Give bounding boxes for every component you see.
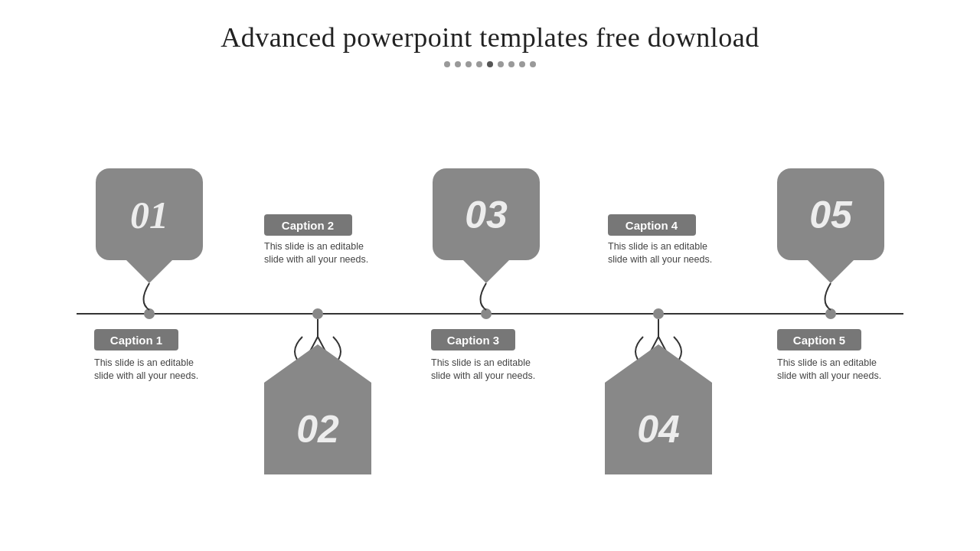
dot-7 [508,61,514,67]
timeline-dot-1 [144,308,155,319]
dot-9 [530,61,536,67]
caption-text-3: This slide is an editable slide with all… [431,357,535,381]
caption-label-2: Caption 2 [282,219,334,232]
caption-label-3: Caption 3 [447,334,499,347]
dot-2 [455,61,461,67]
caption-text-5: This slide is an editable slide with all… [777,357,881,381]
dot-4 [476,61,482,67]
dot-1 [444,61,450,67]
timeline-dot-4 [653,308,664,319]
dot-8 [519,61,525,67]
num-3: 03 [465,194,508,236]
timeline-dot-3 [481,308,492,319]
connector-3 [481,283,487,310]
num-5: 05 [809,194,853,236]
shape-1-pointer [126,260,172,283]
slide: Advanced powerpoint templates free downl… [0,0,980,551]
caption-label-5: Caption 5 [793,334,845,347]
shape-2-top [264,344,371,383]
dot-5 [487,61,493,67]
num-2: 02 [296,408,339,451]
connector-5 [825,283,831,310]
shape-5-pointer [808,260,854,283]
caption-label-4: Caption 4 [626,219,678,232]
shape-4-top [605,344,712,383]
dot-3 [466,61,472,67]
timeline-dot-2 [312,308,323,319]
num-4: 04 [637,408,680,451]
timeline-dot-5 [825,308,836,319]
caption-label-1: Caption 1 [110,334,162,347]
caption-text-4: This slide is an editable slide with all… [608,241,712,265]
caption-text-1: This slide is an editable slide with all… [94,357,198,381]
shape-3-pointer [463,260,509,283]
slide-title: Advanced powerpoint templates free downl… [0,0,980,54]
dot-6 [498,61,504,67]
num-1: 01 [130,194,168,236]
slide-dots [0,61,980,67]
caption-text-2: This slide is an editable slide with all… [264,241,368,265]
connector-1 [144,283,150,310]
timeline-svg: 01 Caption 1 This slide is an editable s… [31,99,949,528]
